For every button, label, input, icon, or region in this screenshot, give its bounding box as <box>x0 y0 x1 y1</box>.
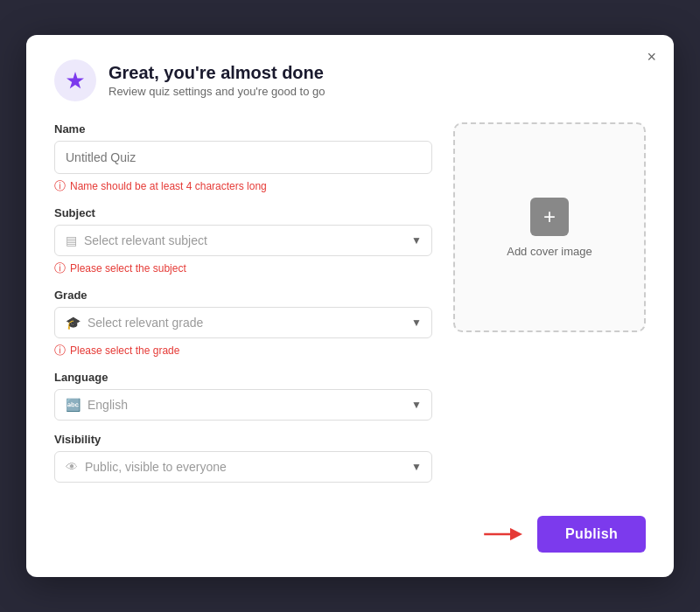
language-select-wrapper: 🔤 English ▼ <box>54 389 432 421</box>
arrow-hint <box>481 524 523 545</box>
name-error: ⓘ Name should be at least 4 characters l… <box>54 178 432 194</box>
visibility-select[interactable]: 👁 Public, visible to everyone <box>54 451 432 483</box>
subject-error-text: Please select the subject <box>70 262 186 275</box>
add-cover-button[interactable]: + <box>530 198 569 236</box>
header-icon <box>54 59 96 101</box>
subject-error: ⓘ Please select the subject <box>54 261 432 276</box>
cover-image-box[interactable]: + Add cover image <box>453 122 646 332</box>
language-select[interactable]: 🔤 English <box>54 389 432 421</box>
close-button[interactable]: × <box>647 49 656 65</box>
modal-footer: Publish <box>54 516 646 553</box>
name-label: Name <box>54 122 432 136</box>
subject-field-group: Subject ▤ Select relevant subject ▼ ⓘ Pl… <box>54 206 432 276</box>
grade-error-icon: ⓘ <box>54 343 66 358</box>
modal-header: Great, you're almost done Review quiz se… <box>54 59 646 101</box>
grade-icon: 🎓 <box>66 316 80 330</box>
visibility-label: Visibility <box>54 433 432 446</box>
publish-button[interactable]: Publish <box>537 516 646 553</box>
visibility-value: Public, visible to everyone <box>85 460 227 474</box>
form-section: Name ⓘ Name should be at least 4 charact… <box>54 122 432 495</box>
language-label: Language <box>54 371 432 384</box>
cover-section: + Add cover image <box>453 122 646 495</box>
header-text: Great, you're almost done Review quiz se… <box>108 63 325 98</box>
subject-select-wrapper: ▤ Select relevant subject ▼ <box>54 225 432 256</box>
name-error-text: Name should be at least 4 characters lon… <box>70 180 267 192</box>
name-error-icon: ⓘ <box>54 178 66 194</box>
arrow-icon <box>481 524 523 545</box>
subject-placeholder: Select relevant subject <box>84 233 207 247</box>
grade-select[interactable]: 🎓 Select relevant grade <box>54 307 432 338</box>
subject-icon: ▤ <box>66 233 77 247</box>
grade-error: ⓘ Please select the grade <box>54 343 432 358</box>
visibility-field-group: Visibility 👁 Public, visible to everyone… <box>54 433 432 483</box>
modal-title: Great, you're almost done <box>108 63 325 83</box>
grade-label: Grade <box>54 289 432 302</box>
language-value: English <box>88 398 128 412</box>
name-input[interactable] <box>54 141 432 174</box>
grade-error-text: Please select the grade <box>70 344 179 357</box>
visibility-select-wrapper: 👁 Public, visible to everyone ▼ <box>54 451 432 483</box>
name-field-group: Name ⓘ Name should be at least 4 charact… <box>54 122 432 194</box>
modal-subtitle: Review quiz settings and you're good to … <box>108 85 325 98</box>
modal-body: Name ⓘ Name should be at least 4 charact… <box>54 122 646 495</box>
language-field-group: Language 🔤 English ▼ <box>54 371 432 421</box>
modal-dialog: × Great, you're almost done Review quiz … <box>26 35 674 577</box>
subject-label: Subject <box>54 206 432 219</box>
cover-image-label: Add cover image <box>507 245 592 258</box>
subject-error-icon: ⓘ <box>54 261 66 276</box>
grade-field-group: Grade 🎓 Select relevant grade ▼ ⓘ Please… <box>54 289 432 358</box>
grade-placeholder: Select relevant grade <box>88 316 203 330</box>
grade-select-wrapper: 🎓 Select relevant grade ▼ <box>54 307 432 338</box>
visibility-icon: 👁 <box>66 460 78 474</box>
sparkle-icon <box>65 70 86 91</box>
subject-select[interactable]: ▤ Select relevant subject <box>54 225 432 256</box>
language-icon: 🔤 <box>66 398 80 412</box>
